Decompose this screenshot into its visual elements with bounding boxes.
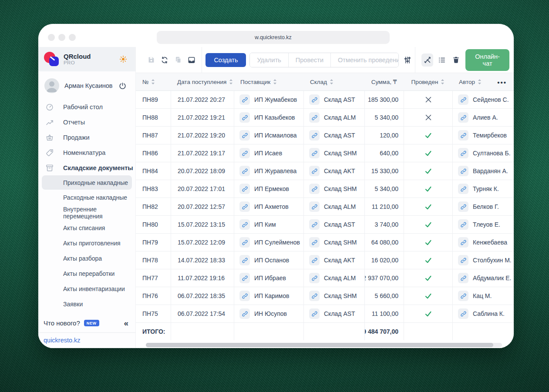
- window-controls[interactable]: [48, 34, 76, 41]
- table-row[interactable]: ПН75 06.07.2022 17:54 ИН Юсупов Склад AS…: [136, 305, 514, 323]
- link-icon[interactable]: [239, 308, 250, 319]
- sidebar-item-warehouse-docs[interactable]: Складские документы: [38, 160, 135, 175]
- link-icon[interactable]: [239, 255, 250, 265]
- delete-button[interactable]: Удалить: [250, 53, 288, 67]
- link-icon[interactable]: [458, 184, 468, 194]
- link-icon[interactable]: [239, 219, 250, 230]
- sidebar-subitem[interactable]: Заявки: [38, 296, 135, 312]
- link-icon[interactable]: [239, 291, 250, 301]
- site-link[interactable]: quickresto.kz: [44, 337, 81, 344]
- link-icon[interactable]: [309, 273, 320, 283]
- sidebar-subitem[interactable]: Акты приготовления: [38, 235, 135, 251]
- horizontal-scrollbar[interactable]: [146, 343, 502, 347]
- link-icon[interactable]: [239, 166, 250, 176]
- column-header[interactable]: Проведен: [404, 73, 452, 90]
- address-bar[interactable]: w.quickresto.kz: [157, 31, 390, 44]
- trash-icon[interactable]: [450, 54, 462, 67]
- link-icon[interactable]: [458, 273, 468, 283]
- copy-icon[interactable]: [173, 54, 183, 66]
- column-header[interactable]: Дата поступления: [171, 73, 234, 90]
- sidebar-subitem[interactable]: Приходные накладные: [42, 175, 132, 190]
- link-icon[interactable]: [309, 184, 320, 194]
- unpost-button[interactable]: Отменить проведение: [330, 53, 399, 67]
- tray-icon[interactable]: [186, 54, 197, 66]
- theme-sun-icon[interactable]: [119, 55, 128, 64]
- table-row[interactable]: ПН77 11.07.2022 19:16 ИП Ибраев Склад AL…: [136, 269, 514, 287]
- link-icon[interactable]: [309, 308, 320, 319]
- link-icon[interactable]: [239, 94, 250, 105]
- link-icon[interactable]: [458, 237, 468, 248]
- logout-power-icon[interactable]: [118, 82, 127, 90]
- link-icon[interactable]: [458, 148, 468, 158]
- link-icon[interactable]: [239, 148, 250, 158]
- link-icon[interactable]: [309, 112, 320, 123]
- sidebar-item-sales[interactable]: Продажи: [38, 130, 135, 145]
- sidebar-subitem[interactable]: Внутренние перемещения: [38, 205, 135, 220]
- link-icon[interactable]: [239, 112, 250, 123]
- column-header[interactable]: Поставщик: [234, 73, 303, 90]
- column-header[interactable]: Склад: [303, 73, 364, 90]
- post-button[interactable]: Провести: [288, 53, 330, 67]
- link-icon[interactable]: [458, 166, 468, 176]
- sidebar-item-alcohol[interactable]: Алкоголь: [38, 312, 135, 316]
- sidebar-item-dashboard[interactable]: Рабочий стол: [38, 99, 135, 114]
- link-icon[interactable]: [239, 273, 250, 283]
- link-icon[interactable]: [309, 148, 320, 158]
- link-icon[interactable]: [458, 308, 468, 319]
- link-icon[interactable]: [309, 219, 320, 230]
- table-row[interactable]: ПН88 21.07.2022 19:21 ИП Казыбеков Склад…: [136, 109, 514, 127]
- sidebar-item-reports[interactable]: Отчеты: [38, 114, 135, 130]
- link-icon[interactable]: [309, 94, 320, 105]
- link-icon[interactable]: [458, 112, 468, 123]
- column-settings-button[interactable]: •••: [497, 73, 507, 91]
- link-icon[interactable]: [239, 130, 250, 141]
- link-icon[interactable]: [458, 219, 468, 230]
- table-row[interactable]: ПН84 20.07.2022 18:09 ИП Журавлева Склад…: [136, 162, 514, 180]
- sidebar-subitem[interactable]: Акты списания: [38, 220, 135, 235]
- create-button[interactable]: Создать: [205, 53, 246, 67]
- whats-new-link[interactable]: Что нового?: [44, 319, 80, 327]
- sliders-icon[interactable]: [401, 54, 413, 67]
- link-icon[interactable]: [458, 255, 468, 265]
- save-icon[interactable]: [146, 54, 156, 66]
- table-row[interactable]: ПН83 20.07.2022 17:01 ИП Ермеков Склад S…: [136, 180, 514, 198]
- table-row[interactable]: ПН87 21.07.2022 19:20 ИП Исмаилова Склад…: [136, 127, 514, 144]
- table-row[interactable]: ПН78 14.07.2022 18:33 ИП Оспанов Склад A…: [136, 251, 514, 269]
- sidebar-subitem[interactable]: Акты инвентаризации: [38, 281, 135, 296]
- collapse-sidebar-icon[interactable]: «: [124, 319, 128, 327]
- sidebar-item-nomenclature[interactable]: Номенклатура: [38, 145, 135, 160]
- online-chat-button[interactable]: Онлайн-чат: [465, 49, 509, 71]
- link-icon[interactable]: [309, 291, 320, 301]
- scrollbar-thumb[interactable]: [146, 343, 493, 347]
- table-row[interactable]: ПН80 15.07.2022 13:15 ИП Ким Склад AST 3…: [136, 216, 514, 234]
- window-minimize-button[interactable]: [58, 34, 65, 41]
- link-icon[interactable]: [309, 130, 320, 141]
- link-icon[interactable]: [458, 201, 468, 212]
- table-row[interactable]: ПН79 15.07.2022 12:09 ИП Сулейменов Скла…: [136, 234, 514, 251]
- sidebar-subitem[interactable]: Акты разбора: [38, 251, 135, 266]
- link-icon[interactable]: [309, 237, 320, 248]
- link-icon[interactable]: [309, 201, 320, 212]
- table-row[interactable]: ПН89 21.07.2022 20:27 ИП Жумабеков Склад…: [136, 91, 514, 109]
- window-maximize-button[interactable]: [69, 34, 76, 41]
- link-icon[interactable]: [458, 291, 468, 301]
- refresh-icon[interactable]: [159, 54, 170, 66]
- tools-icon[interactable]: [421, 54, 433, 67]
- link-icon[interactable]: [309, 255, 320, 265]
- link-icon[interactable]: [239, 237, 250, 248]
- link-icon[interactable]: [239, 184, 250, 194]
- link-icon[interactable]: [458, 130, 468, 141]
- list-icon[interactable]: [436, 54, 448, 67]
- table-row[interactable]: ПН76 06.07.2022 18:35 ИП Каримов Склад S…: [136, 287, 514, 305]
- link-icon[interactable]: [239, 201, 250, 212]
- link-icon[interactable]: [309, 166, 320, 176]
- column-header[interactable]: №: [136, 73, 171, 90]
- window-close-button[interactable]: [48, 34, 55, 41]
- link-icon[interactable]: [458, 94, 468, 105]
- sidebar-subitem[interactable]: Акты переработки: [38, 266, 135, 281]
- table-row[interactable]: ПН86 21.07.2022 19:17 ИП Исаев Склад SHM…: [136, 144, 514, 162]
- user-row[interactable]: Арман Кусаинов: [38, 76, 135, 96]
- sidebar-subitem[interactable]: Расходные накладные: [38, 190, 135, 205]
- column-header[interactable]: Сумма, ₸: [364, 73, 404, 90]
- table-row[interactable]: ПН82 20.07.2022 12:57 ИП Ахметов Склад A…: [136, 198, 514, 216]
